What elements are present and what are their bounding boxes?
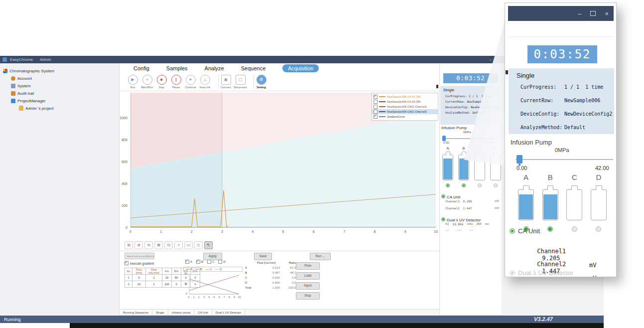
menu-analyze[interactable]: Analyze xyxy=(205,65,224,71)
minimize-icon[interactable]: – xyxy=(489,57,491,62)
taskbar-strip xyxy=(70,323,604,328)
bottom-tab[interactable]: Dual λ UV Detector xyxy=(212,310,245,316)
zoom-tool-button[interactable]: ▭ xyxy=(184,241,193,249)
channel-checkbox[interactable] xyxy=(218,260,222,264)
bottle-fill xyxy=(443,159,452,179)
legend-row[interactable]: NewSample006-CA01-Channel2 xyxy=(372,109,438,114)
legend-checkbox[interactable] xyxy=(374,115,378,119)
toolbar-button-icon: ▢ xyxy=(236,75,246,85)
channel-checkbox[interactable] xyxy=(207,260,211,264)
uv-channel: A1 xyxy=(445,222,449,226)
sidebar-item-icon xyxy=(11,76,15,81)
ft-ratio-value: 100.0 xyxy=(280,286,296,289)
toolbar-button-label: Stop xyxy=(154,86,169,89)
toolbar-button[interactable]: ▣ Connect xyxy=(218,75,233,89)
channel-checkbox-item[interactable]: B xyxy=(196,260,203,264)
toolbar-button[interactable]: ▢ Disconnect xyxy=(233,75,248,89)
y-tick-label: 1000 xyxy=(114,116,128,121)
chart-zoom-toolbar: ⊞⊕⊖⊠⊡+▭◇↖ xyxy=(125,241,213,249)
restore-icon[interactable] xyxy=(590,11,596,16)
bottom-tab[interactable]: Running Sequence xyxy=(120,310,152,316)
legend-label: NewSample006-UV-A1-254 xyxy=(387,95,421,98)
zoom-tool-button[interactable]: ◇ xyxy=(194,241,203,249)
sidebar-item[interactable]: Chromatographic System xyxy=(0,67,119,75)
x-tick-label: 8 xyxy=(371,230,379,233)
pump-action-button[interactable]: Load xyxy=(296,272,320,280)
pressure-slider-track[interactable] xyxy=(515,159,613,160)
legend-checkbox[interactable] xyxy=(374,95,378,99)
bottom-tab[interactable]: Single xyxy=(152,310,168,316)
bottom-tab[interactable]: CA Unit xyxy=(194,310,212,316)
zoom-tool-button[interactable]: + xyxy=(174,241,183,249)
legend-row[interactable]: GradientCurve xyxy=(372,114,438,119)
sidebar-item[interactable]: Admin 's project xyxy=(0,105,119,112)
run-button[interactable]: Run ... xyxy=(310,253,331,260)
channel-checkbox-label: B xyxy=(201,260,203,263)
save-button[interactable]: Save xyxy=(254,253,272,260)
channel-unit: mV xyxy=(589,262,596,269)
legend-row[interactable]: NewSample006-CA01-Channel1 xyxy=(372,104,438,109)
zoom-tool-button[interactable]: ⊡ xyxy=(164,241,173,249)
toolbar-button[interactable]: ⚙ Setting xyxy=(254,75,268,89)
pressure-slider-thumb[interactable] xyxy=(442,136,446,141)
toolbar-button-icon: ∥ xyxy=(171,75,181,85)
ft-row-label: A xyxy=(245,266,257,269)
menu-config[interactable]: Config xyxy=(133,65,149,71)
pump-action-button[interactable]: Stop xyxy=(296,292,320,300)
zoom-tool-button[interactable]: ⊖ xyxy=(144,241,153,249)
toolbar-button[interactable]: » BatchRun xyxy=(140,75,154,89)
bottle-label: C xyxy=(567,173,582,181)
legend-checkbox[interactable] xyxy=(374,110,378,114)
ft-flow-value: 1.000 xyxy=(257,286,280,289)
toolbar-button-label: Run xyxy=(126,86,140,89)
toolbar-button[interactable]: △ Keep Ink xyxy=(198,75,212,89)
panel-collapse-icon[interactable] xyxy=(436,85,438,88)
pump-action-button[interactable]: Inject xyxy=(296,282,320,290)
info-label: CurrentRow: xyxy=(445,100,465,103)
info-label: DeviceConfig: xyxy=(520,111,559,117)
zoom-tool-button[interactable]: ⊠ xyxy=(154,241,163,249)
zoom-tool-button[interactable]: ↖ xyxy=(204,241,213,249)
legend-checkbox[interactable] xyxy=(374,105,378,109)
bottom-tab[interactable]: Infusion pump xyxy=(168,310,195,316)
channel-checkbox-item[interactable]: A xyxy=(185,260,192,264)
toolbar-button[interactable]: ➤ Continue xyxy=(183,75,198,89)
toolbar-button[interactable]: ∥ Pause xyxy=(169,75,183,89)
legend-row[interactable]: NewSample006-UV-A1-254 xyxy=(372,94,438,99)
zoom-tool-button[interactable]: ⊞ xyxy=(125,241,133,249)
channel-checkbox-item[interactable]: C xyxy=(207,260,214,264)
close-icon[interactable]: × xyxy=(605,10,609,17)
pressure-slider-thumb[interactable] xyxy=(516,155,522,164)
sidebar-item[interactable]: System xyxy=(0,82,119,90)
solvent-bottle-slot: C xyxy=(566,173,582,232)
gradient-channel-checkboxes: A B C D xyxy=(185,260,226,264)
ft-flow-value: 0.513 xyxy=(257,266,280,269)
mini-y-tick: 40 xyxy=(179,282,187,285)
channel-checkbox-label: D xyxy=(223,260,225,263)
execute-gradient-checkbox[interactable] xyxy=(125,261,129,265)
instrument-method-combo[interactable]: NewInstrumentMethod1 xyxy=(125,253,154,259)
channel-checkbox[interactable] xyxy=(196,260,200,264)
menu-samples[interactable]: Samples xyxy=(166,65,188,71)
channel-checkbox[interactable] xyxy=(185,260,189,264)
mini-legend-label: B xyxy=(200,268,202,271)
toolbar-button-label: Setting xyxy=(254,86,268,89)
toolbar-button-icon: ⚙ xyxy=(257,75,266,85)
sidebar-item[interactable]: Audit trail xyxy=(0,90,119,97)
toolbar-button[interactable]: ■ Stop xyxy=(154,75,169,89)
channel-checkbox-item[interactable]: D xyxy=(218,260,225,264)
sidebar-item[interactable]: Account xyxy=(0,75,119,82)
sidebar-item[interactable]: ProjectManager xyxy=(0,97,119,105)
zoom-tool-button[interactable]: ⊕ xyxy=(134,241,143,249)
menu-sequence[interactable]: Sequence xyxy=(241,65,266,71)
legend-row[interactable]: NewSample006-UV-A2-254 xyxy=(372,99,438,104)
pump-action-button[interactable]: Flow xyxy=(296,262,320,270)
toolbar-button[interactable]: ▶ Run xyxy=(126,75,140,89)
mini-y-tick: 0 xyxy=(179,292,187,295)
gt-h-no: No xyxy=(125,268,132,275)
pump-pressure-label: 0MPa xyxy=(463,131,471,134)
legend-checkbox[interactable] xyxy=(374,100,378,104)
minimize-icon[interactable]: – xyxy=(578,10,581,17)
menu-acquisition-active[interactable]: Acquisition xyxy=(282,64,319,72)
apply-button[interactable]: Apply xyxy=(203,253,222,260)
